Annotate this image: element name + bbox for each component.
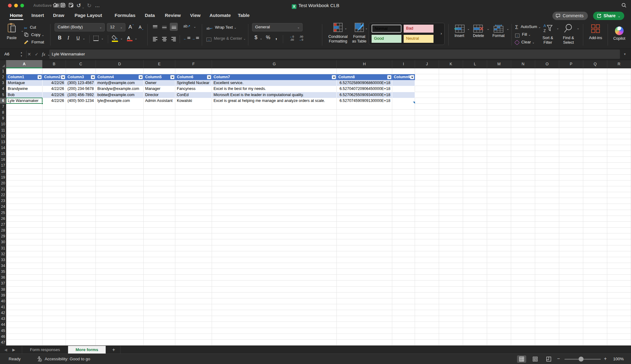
row-header-46[interactable]: 46	[0, 334, 6, 340]
increase-font-size-button[interactable]: A⌃	[128, 24, 134, 30]
table-cell[interactable]: Excellent service.	[212, 80, 337, 86]
fill-color-chevron-icon[interactable]: ⌄	[120, 37, 123, 40]
row-header-12[interactable]: 12	[0, 133, 6, 139]
column-header-G[interactable]: G	[212, 60, 337, 68]
row-header-41[interactable]: 41	[0, 304, 6, 310]
column-header-L[interactable]: L	[463, 60, 487, 68]
row-header-33[interactable]: 33	[0, 257, 6, 263]
row-header-16[interactable]: 16	[0, 157, 6, 163]
sheet-tab-more-forms[interactable]: More forms	[68, 346, 106, 354]
table-cell[interactable]	[392, 98, 415, 104]
copy-button[interactable]: Copy ⌄	[24, 31, 44, 38]
table-cell[interactable]: Brandywine	[6, 86, 43, 92]
select-all-corner[interactable]	[0, 60, 6, 68]
insert-function-icon[interactable]: fx	[42, 49, 45, 60]
table-cell[interactable]: Manager	[144, 86, 175, 92]
column-header-E[interactable]: E	[144, 60, 175, 68]
find-select-chevron-icon[interactable]: ⌄	[577, 26, 579, 30]
table-cell[interactable]: Kowalski	[175, 98, 212, 104]
column-header-D[interactable]: D	[96, 60, 144, 68]
row-header-34[interactable]: 34	[0, 263, 6, 269]
column-header-P[interactable]: P	[559, 60, 583, 68]
sort-filter-chevron-icon[interactable]: ⌄	[556, 26, 559, 30]
column-header-J[interactable]: J	[415, 60, 439, 68]
row-header-13[interactable]: 13	[0, 139, 6, 145]
copilot-button[interactable]: Copilot	[610, 24, 629, 41]
row-header-20[interactable]: 20	[0, 180, 6, 186]
row-header-15[interactable]: 15	[0, 151, 6, 157]
table-header-cell[interactable]: Column7	[212, 74, 337, 80]
row-header-27[interactable]: 27	[0, 222, 6, 228]
table-header-cell[interactable]: Column9	[392, 74, 415, 80]
align-middle-icon[interactable]	[162, 25, 167, 30]
paste-button[interactable]: Paste	[4, 23, 20, 40]
fill-chevron-icon[interactable]: ⌄	[528, 33, 531, 36]
decrease-font-size-button[interactable]: A⌄	[139, 25, 144, 30]
font-size-select[interactable]: 12⌄	[107, 23, 125, 31]
column-header-N[interactable]: N	[511, 60, 535, 68]
underline-chevron-icon[interactable]: ⌄	[83, 37, 85, 40]
table-cell[interactable]: Bob	[6, 92, 43, 98]
align-left-icon[interactable]	[153, 36, 157, 42]
row-header-42[interactable]: 42	[0, 310, 6, 316]
number-format-select[interactable]: General⌄	[252, 23, 303, 31]
style-gallery-more-button[interactable]: ›	[441, 31, 442, 36]
row-header-21[interactable]: 21	[0, 186, 6, 192]
table-cell[interactable]: Brandyw@example.com	[96, 86, 144, 92]
table-header-cell[interactable]: Column2	[43, 74, 66, 80]
column-header-M[interactable]: M	[487, 60, 511, 68]
tab-data[interactable]: Data	[145, 13, 155, 18]
row-header-38[interactable]: 38	[0, 287, 6, 293]
table-header-cell[interactable]: Column1	[6, 74, 43, 80]
cell-style-neutral[interactable]: Neutral	[404, 35, 434, 43]
confirm-entry-icon[interactable]: ✓	[35, 49, 39, 60]
row-header-11[interactable]: 11	[0, 127, 6, 133]
column-header-B[interactable]: B	[43, 60, 66, 68]
row-header-6[interactable]: 6	[0, 98, 6, 104]
column-header-O[interactable]: O	[535, 60, 559, 68]
column-header-F[interactable]: F	[175, 60, 212, 68]
table-cell[interactable]: 6.527040720906450000E+18	[337, 86, 392, 92]
paste-chevron-icon[interactable]: ⌄	[21, 29, 23, 32]
autosum-button[interactable]: ΣAutoSum ⌄	[515, 23, 541, 30]
percent-format-icon[interactable]: %	[266, 35, 270, 40]
column-header-A[interactable]: A	[6, 60, 43, 68]
format-cells-chevron-icon[interactable]: ⌄	[507, 27, 509, 30]
comma-format-icon[interactable]: ,	[275, 34, 277, 41]
sheet-nav-right-icon[interactable]: ▶	[12, 348, 15, 352]
decrease-indent-icon[interactable]: ←	[183, 36, 190, 40]
filter-button[interactable]	[61, 75, 65, 79]
row-header-24[interactable]: 24	[0, 204, 6, 210]
table-cell[interactable]: lyle@example.com	[96, 98, 144, 104]
table-cell[interactable]: bobtw@example.com	[96, 92, 144, 98]
table-cell[interactable]: 4/22/26	[43, 86, 66, 92]
table-cell[interactable]	[392, 80, 415, 86]
row-header-5[interactable]: 5	[0, 92, 6, 98]
row-header-37[interactable]: 37	[0, 281, 6, 286]
row-header-25[interactable]: 25	[0, 210, 6, 216]
table-cell[interactable]: 6.527025890906860000E+18	[337, 80, 392, 86]
row-header-10[interactable]: 10	[0, 121, 6, 127]
delete-chevron-icon[interactable]: ⌄	[487, 27, 489, 30]
cell-style-normal[interactable]: Normal	[372, 25, 401, 33]
column-header-H[interactable]: H	[337, 60, 392, 68]
tab-table[interactable]: Table	[238, 13, 250, 18]
row-header-44[interactable]: 44	[0, 322, 6, 328]
tab-page-layout[interactable]: Page Layout	[75, 13, 102, 18]
table-cell[interactable]: (100) 456-7892	[66, 92, 96, 98]
row-header-18[interactable]: 18	[0, 169, 6, 175]
row-header-32[interactable]: 32	[0, 251, 6, 257]
table-cell[interactable]: Owner	[144, 80, 175, 86]
conditional-formatting-chevron-icon[interactable]: ⌄	[344, 26, 347, 30]
row-header-17[interactable]: 17	[0, 163, 6, 168]
table-resize-handle[interactable]	[413, 102, 415, 104]
filter-button[interactable]	[332, 75, 336, 79]
align-bottom-icon[interactable]	[170, 23, 178, 31]
row-header-23[interactable]: 23	[0, 198, 6, 204]
table-cell[interactable]: Excel is great at helping me manage and …	[212, 98, 337, 104]
table-cell[interactable]: Springfield Nuclear	[175, 80, 212, 86]
share-button[interactable]: Share⌄	[593, 12, 624, 20]
row-header-28[interactable]: 28	[0, 228, 6, 233]
table-cell[interactable]: Montague	[6, 80, 43, 86]
sort-filter-button[interactable]: AZ Sort &Filter	[540, 23, 556, 45]
